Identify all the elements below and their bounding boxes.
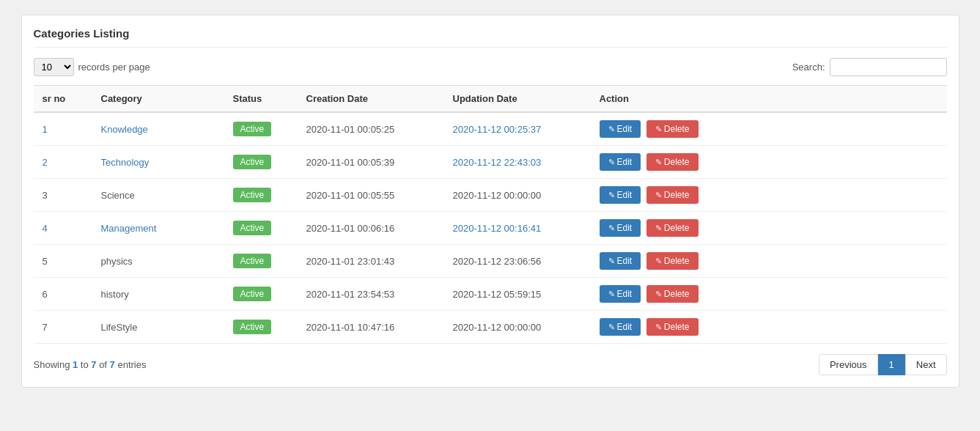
col-sr-no: sr no <box>34 86 92 113</box>
categories-table: sr no Category Status Creation Date Upda… <box>34 85 947 344</box>
edit-button-6[interactable]: ✎Edit <box>600 285 641 303</box>
cell-updation-1: 2020-11-12 00:25:37 <box>444 112 591 146</box>
edit-icon: ✎ <box>608 290 615 298</box>
cell-status-7: Active <box>224 311 298 344</box>
edit-button-4[interactable]: ✎Edit <box>600 219 641 237</box>
showing-from: 1 <box>73 359 78 370</box>
cell-updation-3: 2020-11-12 00:00:00 <box>444 179 591 212</box>
page-title: Categories Listing <box>34 27 947 48</box>
delete-icon: ✎ <box>655 158 662 166</box>
showing-text: Showing 1 to 7 of 7 entries <box>34 359 147 370</box>
edit-icon: ✎ <box>608 125 615 133</box>
cell-status-2: Active <box>224 146 298 179</box>
status-badge: Active <box>233 188 272 202</box>
cell-action-4: ✎Edit ✎Delete <box>591 212 947 245</box>
delete-button-6[interactable]: ✎Delete <box>646 285 699 303</box>
table-row: 3 Science Active 2020-11-01 00:05:55 202… <box>34 179 947 212</box>
page-1-button[interactable]: 1 <box>878 354 905 375</box>
edit-button-1[interactable]: ✎Edit <box>600 120 641 138</box>
cell-updation-4: 2020-11-12 00:16:41 <box>444 212 591 245</box>
cell-status-3: Active <box>224 179 298 212</box>
status-badge: Active <box>233 254 272 268</box>
edit-button-3[interactable]: ✎Edit <box>600 186 641 204</box>
status-badge: Active <box>233 155 272 169</box>
cell-creation-6: 2020-11-01 23:54:53 <box>298 278 444 311</box>
cell-creation-7: 2020-11-01 10:47:16 <box>298 311 444 344</box>
cell-category-4: Management <box>92 212 224 245</box>
main-container: Categories Listing 10 25 50 100 records … <box>21 15 959 388</box>
delete-icon: ✎ <box>655 191 662 199</box>
status-badge: Active <box>233 122 272 136</box>
delete-button-1[interactable]: ✎Delete <box>646 120 699 138</box>
table-footer: Showing 1 to 7 of 7 entries Previous 1 N… <box>34 354 947 375</box>
cell-category-3: Science <box>92 179 224 212</box>
edit-button-2[interactable]: ✎Edit <box>600 153 641 171</box>
showing-to: 7 <box>91 359 96 370</box>
status-badge: Active <box>233 320 272 334</box>
cell-category-2: Technology <box>92 146 224 179</box>
delete-icon: ✎ <box>655 125 662 133</box>
cell-creation-5: 2020-11-01 23:01:43 <box>298 245 444 278</box>
records-per-page-select[interactable]: 10 25 50 100 <box>34 58 74 76</box>
search-area: Search: <box>792 58 947 76</box>
next-button[interactable]: Next <box>905 354 947 375</box>
records-per-page-label: records per page <box>78 62 150 73</box>
cell-action-3: ✎Edit ✎Delete <box>591 179 947 212</box>
delete-button-5[interactable]: ✎Delete <box>646 252 699 270</box>
delete-button-7[interactable]: ✎Delete <box>646 318 699 336</box>
cell-category-6: history <box>92 278 224 311</box>
cell-action-2: ✎Edit ✎Delete <box>591 146 947 179</box>
table-row: 5 physics Active 2020-11-01 23:01:43 202… <box>34 245 947 278</box>
cell-category-7: LifeStyle <box>92 311 224 344</box>
cell-category-5: physics <box>92 245 224 278</box>
cell-status-4: Active <box>224 212 298 245</box>
delete-icon: ✎ <box>655 323 662 331</box>
previous-button[interactable]: Previous <box>819 354 878 375</box>
cell-sr-7: 7 <box>34 311 92 344</box>
edit-button-7[interactable]: ✎Edit <box>600 318 641 336</box>
col-action: Action <box>591 86 947 113</box>
records-per-page-group: 10 25 50 100 records per page <box>34 58 150 76</box>
pagination: Previous 1 Next <box>819 354 947 375</box>
cell-status-1: Active <box>224 112 298 146</box>
cell-sr-4: 4 <box>34 212 92 245</box>
table-row: 4 Management Active 2020-11-01 00:06:16 … <box>34 212 947 245</box>
edit-icon: ✎ <box>608 257 615 265</box>
cell-creation-3: 2020-11-01 00:05:55 <box>298 179 444 212</box>
col-creation-date: Creation Date <box>298 86 444 113</box>
cell-sr-5: 5 <box>34 245 92 278</box>
cell-creation-1: 2020-11-01 00:05:25 <box>298 112 444 146</box>
table-row: 6 history Active 2020-11-01 23:54:53 202… <box>34 278 947 311</box>
showing-total: 7 <box>110 359 115 370</box>
table-row: 1 Knowledge Active 2020-11-01 00:05:25 2… <box>34 112 947 146</box>
search-label: Search: <box>792 62 825 73</box>
delete-button-4[interactable]: ✎Delete <box>646 219 699 237</box>
search-input[interactable] <box>830 58 947 76</box>
edit-icon: ✎ <box>608 158 615 166</box>
delete-button-2[interactable]: ✎Delete <box>646 153 699 171</box>
table-row: 2 Technology Active 2020-11-01 00:05:39 … <box>34 146 947 179</box>
cell-updation-6: 2020-11-12 05:59:15 <box>444 278 591 311</box>
delete-button-3[interactable]: ✎Delete <box>646 186 699 204</box>
delete-icon: ✎ <box>655 224 662 232</box>
cell-action-5: ✎Edit ✎Delete <box>591 245 947 278</box>
edit-icon: ✎ <box>608 191 615 199</box>
col-category: Category <box>92 86 224 113</box>
delete-icon: ✎ <box>655 290 662 298</box>
cell-action-6: ✎Edit ✎Delete <box>591 278 947 311</box>
edit-icon: ✎ <box>608 224 615 232</box>
status-badge: Active <box>233 287 272 301</box>
cell-updation-5: 2020-11-12 23:06:56 <box>444 245 591 278</box>
table-header-row: sr no Category Status Creation Date Upda… <box>34 86 947 113</box>
cell-updation-2: 2020-11-12 22:43:03 <box>444 146 591 179</box>
col-status: Status <box>224 86 298 113</box>
toolbar: 10 25 50 100 records per page Search: <box>34 58 947 76</box>
cell-updation-7: 2020-11-12 00:00:00 <box>444 311 591 344</box>
edit-icon: ✎ <box>608 323 615 331</box>
cell-action-7: ✎Edit ✎Delete <box>591 311 947 344</box>
cell-sr-1: 1 <box>34 112 92 146</box>
cell-action-1: ✎Edit ✎Delete <box>591 112 947 146</box>
edit-button-5[interactable]: ✎Edit <box>600 252 641 270</box>
cell-creation-4: 2020-11-01 00:06:16 <box>298 212 444 245</box>
delete-icon: ✎ <box>655 257 662 265</box>
